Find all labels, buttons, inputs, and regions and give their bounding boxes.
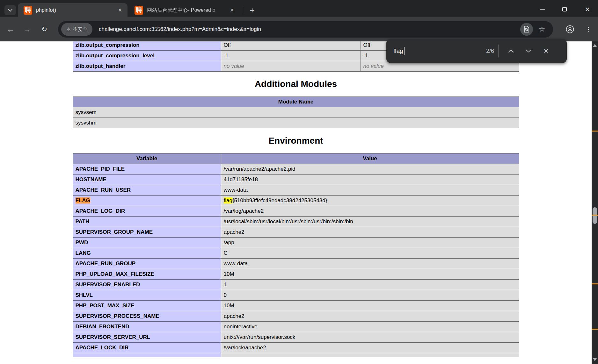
value-cell: C xyxy=(221,248,519,259)
find-match-active: FLAG xyxy=(76,197,90,203)
table-row: SUPERVISOR_GROUP_NAMEapache2 xyxy=(73,227,519,238)
value-cell: sysvshm xyxy=(73,118,519,128)
menu-kebab-icon[interactable]: ⋮ xyxy=(583,23,594,36)
table-row: APACHE_LOCK_DIR/var/lock/apache2 xyxy=(73,343,519,353)
tab-title: phpinfo() xyxy=(36,7,114,13)
variable-cell: SHLVL xyxy=(73,290,221,301)
table-row: PATH/usr/local/sbin:/usr/local/bin:/usr/… xyxy=(73,217,519,227)
tab-close-icon[interactable]: ✕ xyxy=(228,6,236,14)
tab-phpinfo[interactable]: 聘 phpinfo() ✕ xyxy=(18,3,128,17)
vertical-scrollbar[interactable] xyxy=(592,41,598,364)
variable-cell: SUPERVISOR_SERVER_URL xyxy=(73,332,221,343)
new-tab-button[interactable]: + xyxy=(246,5,258,16)
section-heading-additional-modules: Additional Modules xyxy=(0,78,592,90)
find-match-count: 2/6 xyxy=(466,39,494,63)
security-chip[interactable]: ⚠ 不安全 xyxy=(61,23,92,36)
variable-cell xyxy=(73,353,221,357)
variable-cell: SUPERVISOR_ENABLED xyxy=(73,280,221,290)
value-cell: apache2 xyxy=(221,227,519,238)
variable-cell: SUPERVISOR_GROUP_NAME xyxy=(73,227,221,238)
address-bar[interactable]: ⚠ 不安全 challenge.qsnctf.com:35562/index.p… xyxy=(58,21,553,38)
variable-cell: HOSTNAME xyxy=(73,175,221,185)
security-chip-label: 不安全 xyxy=(73,26,87,32)
value-cell: www-data xyxy=(221,259,519,269)
profile-avatar-icon[interactable] xyxy=(563,23,577,36)
window-maximize-button[interactable] xyxy=(555,2,574,17)
window-close-button[interactable]: ✕ xyxy=(577,2,598,17)
tab-close-icon[interactable]: ✕ xyxy=(116,6,124,14)
value-cell: /usr/local/sbin:/usr/local/bin:/usr/sbin… xyxy=(221,217,519,227)
variable-cell: DEBIAN_FRONTEND xyxy=(73,322,221,332)
find-match-tick xyxy=(592,329,598,330)
table-row: APACHE_RUN_USERwww-data xyxy=(73,185,519,196)
variable-cell: PATH xyxy=(73,217,221,227)
table-row: LANGC xyxy=(73,248,519,259)
variable-cell: zlib.output_compression xyxy=(73,41,221,51)
value-cell: 0 xyxy=(221,290,519,301)
variable-cell: FLAG xyxy=(73,196,221,206)
chevron-down-icon xyxy=(526,49,531,53)
scrollbar-down-arrow-icon[interactable] xyxy=(593,358,597,361)
value-cell: 10M xyxy=(221,301,519,311)
tab-title: 网站后台管理中心- Powered b xyxy=(147,7,226,14)
table-row: APACHE_RUN_GROUPwww-data xyxy=(73,259,519,269)
back-button[interactable]: ← xyxy=(4,23,17,36)
table-row: FLAGflag{510bb93ffefc49edadc38d242530543… xyxy=(73,196,519,206)
site-favicon-icon: 聘 xyxy=(135,6,143,15)
environment-table: VariableValueAPACHE_PID_FILE/var/run/apa… xyxy=(73,153,519,357)
scrollbar-thumb[interactable] xyxy=(593,207,597,224)
url-text[interactable]: challenge.qsnctf.com:35562/index.php?m=A… xyxy=(99,21,261,38)
find-query-text: flag xyxy=(393,47,403,54)
chevron-up-icon xyxy=(508,49,514,53)
no-value-text: no value xyxy=(363,63,384,69)
value-cell: /var/run/apache2/apache2.pid xyxy=(221,164,519,175)
table-row: PHP_UPLOAD_MAX_FILESIZE10M xyxy=(73,269,519,280)
no-value-text: no value xyxy=(224,63,244,69)
value-cell: /var/log/apache2 xyxy=(221,206,519,217)
find-match-match: flag xyxy=(224,197,232,203)
warning-icon: ⚠ xyxy=(66,26,71,32)
table-row: sysvshm xyxy=(73,118,519,128)
find-input[interactable]: flag xyxy=(393,39,405,63)
browser-toolbar: ← → ↻ ⚠ 不安全 challenge.qsnctf.com:35562/i… xyxy=(0,17,598,41)
variable-cell: PWD xyxy=(73,238,221,248)
table-row: DEBIAN_FRONTENDnoninteractive xyxy=(73,322,519,332)
value-cell: sysvsem xyxy=(73,107,519,118)
additional-modules-table: Module Namesysvsemsysvshm xyxy=(73,96,519,128)
variable-cell: APACHE_RUN_GROUP xyxy=(73,259,221,269)
value-cell xyxy=(221,353,519,357)
browser-window: 聘 phpinfo() ✕ 聘 网站后台管理中心- Powered b ✕ + … xyxy=(0,0,598,364)
reload-button[interactable]: ↻ xyxy=(38,23,51,36)
value-cell: /app xyxy=(221,238,519,248)
variable-cell: APACHE_RUN_USER xyxy=(73,185,221,196)
value-cell: /var/lock/apache2 xyxy=(221,343,519,353)
table-row: APACHE_LOG_DIR/var/log/apache2 xyxy=(73,206,519,217)
bookmark-star-icon[interactable]: ☆ xyxy=(535,23,549,36)
chevron-down-icon xyxy=(8,9,12,12)
find-in-page-icon xyxy=(523,26,530,33)
site-favicon-icon: 聘 xyxy=(24,6,32,15)
minimize-icon xyxy=(540,9,545,10)
page-content: zlib.output_compressionOffOffzlib.output… xyxy=(0,41,592,364)
section-heading-environment: Environment xyxy=(0,134,592,147)
table-row: PWD/app xyxy=(73,238,519,248)
find-previous-button[interactable] xyxy=(505,45,517,57)
window-minimize-button[interactable] xyxy=(533,2,552,17)
value-cell: no value xyxy=(221,61,361,72)
column-header: Variable xyxy=(73,153,221,164)
tab-admin-center[interactable]: 聘 网站后台管理中心- Powered b ✕ xyxy=(131,4,239,17)
find-close-button[interactable]: ✕ xyxy=(540,45,552,57)
find-in-page-button[interactable] xyxy=(520,23,533,36)
find-next-button[interactable] xyxy=(522,45,535,57)
forward-button[interactable]: → xyxy=(20,23,34,36)
variable-cell: APACHE_LOCK_DIR xyxy=(73,343,221,353)
table-row: SUPERVISOR_ENABLED1 xyxy=(73,280,519,290)
variable-cell: SUPERVISOR_PROCESS_NAME xyxy=(73,311,221,322)
value-cell: apache2 xyxy=(221,311,519,322)
find-bar: flag 2/6 ✕ xyxy=(386,39,567,63)
find-match-tick xyxy=(592,131,598,132)
table-row: HOSTNAME41d71185fe18 xyxy=(73,175,519,185)
variable-cell: PHP_UPLOAD_MAX_FILESIZE xyxy=(73,269,221,280)
tab-search-button[interactable] xyxy=(4,5,16,15)
scrollbar-up-arrow-icon[interactable] xyxy=(593,44,597,47)
